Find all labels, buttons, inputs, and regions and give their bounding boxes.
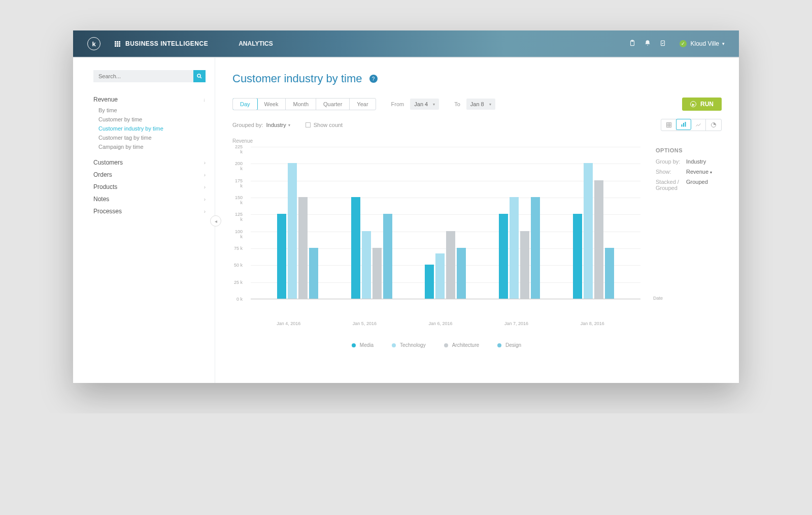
main-content: Customer industry by time ? DayWeekMonth… <box>215 58 739 383</box>
bar[interactable] <box>446 231 455 299</box>
bar[interactable] <box>531 197 540 299</box>
x-tick-label: Jan 5, 2016 <box>339 321 390 326</box>
bar[interactable] <box>383 214 392 299</box>
period-day[interactable]: Day <box>232 98 258 110</box>
period-month[interactable]: Month <box>286 99 316 110</box>
legend-swatch <box>444 343 448 347</box>
option-value[interactable]: Revenue ▾ <box>686 169 712 175</box>
chevron-down-icon: ▾ <box>489 102 491 107</box>
y-tick-label: 200 k <box>232 161 243 171</box>
to-label: To <box>454 101 460 107</box>
y-tick-label: 125 k <box>232 212 243 222</box>
nav-item[interactable]: Customer industry by time <box>98 124 206 133</box>
nav-analytics[interactable]: ANALYTICS <box>239 40 273 47</box>
topbar: k BUSINESS INTELLIGENCE ANALYTICS ✓ Klou… <box>73 30 739 57</box>
view-bar-icon[interactable] <box>676 119 691 130</box>
grouped-by-dropdown[interactable]: ▾ <box>288 123 290 127</box>
bar[interactable] <box>510 197 519 299</box>
nav-item[interactable]: By time <box>98 106 206 115</box>
nav-category-revenue[interactable]: Revenue↓ <box>93 93 206 106</box>
y-tick-label: 150 k <box>232 195 243 205</box>
nav-item[interactable]: Campaign by time <box>98 142 206 151</box>
x-axis: Jan 4, 2016Jan 5, 2016Jan 6, 2016Jan 7, … <box>232 316 640 326</box>
bar[interactable] <box>594 180 603 299</box>
bar[interactable] <box>520 231 529 299</box>
bar[interactable] <box>288 163 297 299</box>
view-toggle <box>661 119 722 131</box>
to-date-picker[interactable]: Jan 8 ▾ <box>466 99 495 110</box>
user-menu[interactable]: ✓ Kloud Ville ▾ <box>680 40 725 47</box>
bar[interactable] <box>573 214 582 299</box>
option-key: Show: <box>656 169 686 175</box>
chevron-right-icon: › <box>204 184 206 190</box>
legend-item[interactable]: Technology <box>392 342 426 348</box>
help-icon[interactable]: ? <box>369 75 378 83</box>
play-icon: ▶ <box>690 101 696 107</box>
bar[interactable] <box>425 265 434 299</box>
bar[interactable] <box>435 253 445 299</box>
period-year[interactable]: Year <box>350 99 375 110</box>
bar[interactable] <box>499 214 508 299</box>
bar[interactable] <box>605 248 614 299</box>
bar[interactable] <box>373 248 382 299</box>
bar[interactable] <box>309 248 318 299</box>
chevron-down-icon: ▾ <box>722 41 725 46</box>
logo-icon[interactable]: k <box>87 37 100 50</box>
bar[interactable] <box>362 231 371 299</box>
legend-swatch <box>352 343 356 347</box>
legend-item[interactable]: Design <box>497 342 521 348</box>
gridline <box>251 299 640 300</box>
y-tick-label: 225 k <box>232 144 243 154</box>
y-tick-label: 25 k <box>234 280 243 285</box>
view-line-icon[interactable] <box>691 119 706 131</box>
x-tick-label: Jan 8, 2016 <box>567 321 618 326</box>
from-date-picker[interactable]: Jan 4 ▾ <box>410 99 439 110</box>
legend-item[interactable]: Architecture <box>444 342 479 348</box>
x-tick-label: Jan 7, 2016 <box>491 321 542 326</box>
tasks-icon[interactable] <box>659 40 666 48</box>
y-tick-label: 100 k <box>232 229 243 239</box>
search-input[interactable] <box>93 70 193 82</box>
nav-category-customers[interactable]: Customers› <box>93 156 206 169</box>
legend-swatch <box>497 343 501 347</box>
bell-icon[interactable] <box>644 40 651 48</box>
nav-category-orders[interactable]: Orders› <box>93 169 206 181</box>
y-tick-label: 0 k <box>236 297 243 302</box>
svg-rect-10 <box>682 124 683 127</box>
chevron-right-icon: › <box>204 172 206 178</box>
arrow-down-icon: ↓ <box>203 97 206 103</box>
bar-group <box>573 163 614 299</box>
nav-item[interactable]: Customer tag by time <box>98 133 206 142</box>
view-pie-icon[interactable] <box>706 119 721 131</box>
legend-item[interactable]: Media <box>352 342 374 348</box>
bar[interactable] <box>277 214 286 299</box>
run-button[interactable]: ▶ RUN <box>682 98 722 111</box>
svg-point-3 <box>197 74 200 77</box>
bar[interactable] <box>457 248 466 299</box>
y-tick-label: 175 k <box>232 178 243 188</box>
clipboard-icon[interactable] <box>629 40 636 48</box>
bar[interactable] <box>298 197 308 299</box>
bar[interactable] <box>351 197 360 299</box>
show-count-checkbox[interactable] <box>306 122 311 127</box>
view-table-icon[interactable] <box>661 119 676 131</box>
bar-group <box>351 197 392 299</box>
sidebar-collapse-handle[interactable]: ◂ <box>210 215 221 227</box>
period-week[interactable]: Week <box>257 99 286 110</box>
nav-category-products[interactable]: Products› <box>93 181 206 193</box>
option-row: Show:Revenue ▾ <box>656 169 722 175</box>
option-key: Stacked / Grouped <box>656 179 686 191</box>
search-button[interactable] <box>193 70 206 82</box>
bar[interactable] <box>584 163 593 299</box>
period-quarter[interactable]: Quarter <box>316 99 350 110</box>
chevron-right-icon: › <box>204 160 206 166</box>
svg-line-4 <box>200 77 202 79</box>
option-row: Group by:Industry <box>656 158 722 165</box>
nav-category-processes[interactable]: Processes› <box>93 205 206 217</box>
y-axis: 225 k200 k175 k150 k125 k100 k75 k50 k25… <box>232 147 251 316</box>
nav-item[interactable]: Customer by time <box>98 115 206 124</box>
svg-rect-12 <box>685 122 686 127</box>
option-value: Industry <box>686 158 706 165</box>
nav-category-notes[interactable]: Notes› <box>93 193 206 205</box>
apps-grid-icon[interactable] <box>115 41 120 47</box>
